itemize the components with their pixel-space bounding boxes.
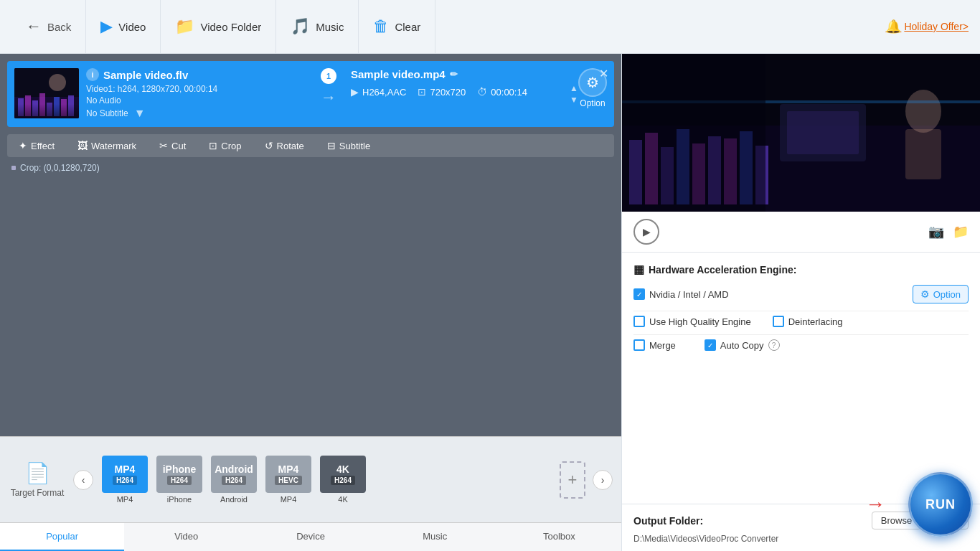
subtitle-icon: ⊟ (327, 140, 336, 151)
quality-deinterlace-row: Use High Quality Engine Deinterlacing (633, 316, 969, 327)
edit-toolbar: ✦ Effect 🖼 Watermark ✂ Cut ⊡ Crop ↺ Rota… (7, 134, 614, 157)
back-icon: ← (26, 17, 42, 36)
effect-icon: ✦ (19, 140, 27, 151)
tab-popular[interactable]: Popular (0, 523, 124, 551)
option-button[interactable]: ⚙ Option (913, 285, 969, 303)
rotate-label: Rotate (277, 141, 304, 151)
resolution-spec: ⊡ 720x720 (418, 86, 466, 98)
close-card-button[interactable]: ✕ (599, 67, 608, 80)
format-name-android: Android (220, 495, 248, 504)
hw-accel-text: Hardware Acceleration Engine: (649, 264, 796, 276)
edit-icon[interactable]: ✏ (450, 69, 458, 80)
duration-value: 00:00:14 (491, 87, 527, 98)
video-folder-button[interactable]: 📁 Video Folder (161, 0, 276, 54)
option-label: Option (933, 289, 961, 300)
format-prev-button[interactable]: ‹ (73, 470, 93, 490)
codec-icon: ▶ (351, 86, 359, 98)
merge-checkbox-label[interactable]: Merge (633, 339, 676, 351)
watermark-button[interactable]: 🖼 Watermark (66, 134, 148, 157)
file-subtitle: No Subtitle (86, 108, 128, 118)
format-list: MP4 H264 MP4 iPhone H264 iPhone Android … (100, 456, 552, 504)
music-button[interactable]: 🎵 Music (276, 0, 359, 54)
clear-button[interactable]: 🗑 Clear (359, 0, 435, 54)
tab-video[interactable]: Video (124, 523, 248, 551)
run-arrow-icon: → (865, 493, 885, 516)
setting-divider-1 (633, 311, 969, 311)
svg-point-10 (49, 74, 66, 91)
run-label: RUN (925, 497, 956, 512)
effect-button[interactable]: ✦ Effect (7, 134, 66, 157)
format-item-iphone[interactable]: iPhone H264 iPhone (155, 456, 204, 504)
deinterlacing-label: Deinterlacing (788, 316, 843, 327)
holiday-offer-text: Holiday Offer> (904, 21, 969, 32)
music-label: Music (316, 21, 344, 33)
high-quality-checkbox[interactable] (633, 316, 645, 327)
nvidia-label: Nvidia / Intel / AMD (649, 289, 729, 300)
crop-button[interactable]: ⊡ Crop (197, 134, 253, 157)
merge-checkbox[interactable] (633, 339, 645, 351)
back-button[interactable]: ← Back (11, 0, 86, 54)
file-audio-meta: No Audio (86, 95, 306, 105)
auto-copy-help-icon[interactable]: ? (768, 339, 780, 351)
format-thumb-4k: 4K H264 (320, 456, 366, 493)
screenshot-button[interactable]: 📷 (928, 224, 944, 240)
format-item-4k[interactable]: 4K H264 4K (319, 456, 367, 504)
deinterlacing-checkbox-label[interactable]: Deinterlacing (773, 316, 843, 327)
rotate-button[interactable]: ↺ Rotate (253, 134, 316, 157)
codec-option-label: Option (580, 98, 605, 108)
setting-divider-2 (633, 334, 969, 335)
subtitle-button[interactable]: ⊟ Subtitle (316, 134, 382, 157)
format-thumb-mp4-hevc: MP4 HEVC (265, 456, 311, 493)
video-button[interactable]: ▶ Video (86, 0, 161, 54)
nvidia-checkbox-label[interactable]: Nvidia / Intel / AMD (633, 288, 729, 300)
cut-button[interactable]: ✂ Cut (148, 134, 197, 157)
scroll-up-icon[interactable]: ▲ (570, 83, 578, 93)
scroll-down-icon[interactable]: ▼ (570, 95, 578, 105)
subtitle-dropdown-icon[interactable]: ▼ (134, 107, 146, 120)
high-quality-label: Use High Quality Engine (649, 316, 751, 327)
rotate-icon: ↺ (265, 140, 273, 151)
file-video-meta: Video1: h264, 1280x720, 00:00:14 (86, 84, 306, 94)
target-format-icon: 📄 (25, 461, 50, 485)
stream-badge: 1 (321, 68, 336, 84)
svg-rect-23 (787, 111, 859, 154)
auto-copy-checkbox[interactable] (705, 339, 716, 351)
tab-device[interactable]: Device (248, 523, 372, 551)
card-scroll: ▲ ▼ (570, 83, 578, 105)
folder-button[interactable]: 📁 (953, 224, 969, 240)
tab-music[interactable]: Music (373, 523, 497, 551)
svg-rect-25 (905, 129, 941, 179)
holiday-offer-link[interactable]: 🔔 Holiday Offer> (885, 19, 969, 34)
output-section: Sample video.mp4 ✏ ▶ H264,AAC ⊡ 720x720 (351, 68, 571, 98)
format-name-mp4: MP4 (117, 495, 133, 504)
resolution-value: 720x720 (430, 87, 466, 98)
run-button[interactable]: RUN (908, 472, 973, 537)
merge-label: Merge (649, 340, 676, 351)
music-icon: 🎵 (291, 17, 310, 36)
target-format-label: Target Format (11, 488, 65, 498)
format-item-android[interactable]: Android H264 Android (209, 456, 258, 504)
format-thumb-mp4-h264: MP4 H264 (102, 456, 148, 493)
format-next-button[interactable]: › (593, 470, 613, 490)
info-icon: i (86, 68, 99, 81)
trash-icon: 🗑 (373, 17, 389, 36)
svg-rect-27 (622, 54, 765, 212)
crop-info-text: Crop: (0,0,1280,720) (20, 163, 100, 173)
format-tabs: Popular Video Device Music Toolbox (0, 522, 621, 551)
source-filename: Sample video.flv (103, 69, 188, 81)
format-item-mp4-h264[interactable]: MP4 H264 MP4 (100, 456, 149, 504)
add-format-button[interactable]: + (560, 461, 585, 499)
crop-info-bar: Crop: (0,0,1280,720) (0, 157, 621, 179)
play-button[interactable]: ▶ (633, 219, 659, 245)
format-item-mp4-hevc[interactable]: MP4 HEVC MP4 (264, 456, 313, 504)
output-folder-label: Output Folder: (633, 515, 866, 527)
codec-value: H264,AAC (362, 87, 406, 98)
clear-label: Clear (395, 21, 420, 33)
file-card: i Sample video.flv Video1: h264, 1280x72… (7, 61, 614, 127)
deinterlacing-checkbox[interactable] (773, 316, 784, 327)
tab-toolbox[interactable]: Toolbox (497, 523, 621, 551)
nvidia-checkbox[interactable] (633, 288, 645, 300)
high-quality-checkbox-label[interactable]: Use High Quality Engine (633, 316, 751, 327)
back-label: Back (47, 21, 71, 33)
target-format-section: 📄 Target Format (9, 461, 66, 498)
